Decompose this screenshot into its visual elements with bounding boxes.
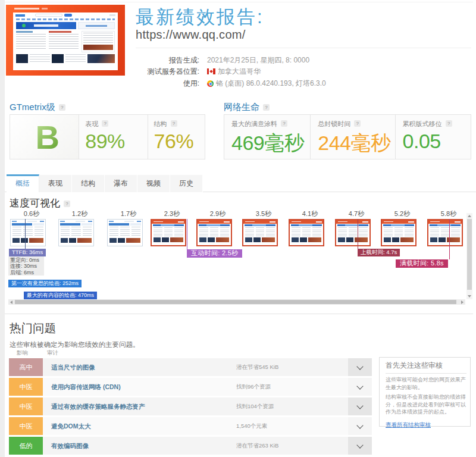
- frame-media: [384, 237, 414, 242]
- chrome-icon: [207, 80, 214, 87]
- vscroll-thumb[interactable]: [467, 219, 472, 290]
- help-icon[interactable]: ?: [102, 120, 108, 127]
- frame-media: [199, 237, 229, 242]
- filmstrip-vertical-scrollbar[interactable]: [466, 213, 472, 299]
- section-divider: [5, 314, 473, 314]
- audit-title[interactable]: 避免DOM太大: [51, 417, 91, 435]
- vitals-box: 最大的满意涂料?469毫秒总封锁时间?244毫秒累积版式移位?0.05: [224, 114, 471, 159]
- page-title: 最新绩效报告:: [136, 5, 264, 30]
- scroll-down-arrow-icon[interactable]: [468, 295, 471, 298]
- tab-瀑布[interactable]: 瀑布: [105, 175, 137, 192]
- filmstrip-time-label: 5.2秒: [381, 209, 424, 218]
- expand-chevron-icon[interactable]: [348, 358, 372, 376]
- top-border-line: [5, 2, 473, 2]
- tab-历史[interactable]: 历史: [170, 175, 203, 192]
- vital-metric-2: 累积版式移位?0.05: [396, 115, 471, 159]
- grade-metric-0: 表现?89%: [79, 115, 148, 159]
- issue-row[interactable]: 高中适当尺寸的图像潜在节省545 KiB: [9, 358, 372, 376]
- impact-badge: 中医: [9, 378, 43, 396]
- thumb-browser-text: [14, 8, 39, 10]
- page-left-gutter: [0, 0, 5, 457]
- frame-body: [292, 227, 321, 237]
- frame-img3: [216, 237, 229, 242]
- thumb-col2: [49, 31, 79, 52]
- tab-表现[interactable]: 表现: [39, 175, 72, 192]
- issue-row[interactable]: 中医通过有效的缓存策略服务静态资产找到104个资源: [9, 397, 372, 415]
- impact-badge: 中医: [9, 417, 43, 435]
- filmstrip-frame: [196, 219, 232, 246]
- filmstrip-frame: [107, 219, 143, 246]
- frame-col: [131, 227, 140, 237]
- help-icon[interactable]: ?: [354, 120, 361, 127]
- frame-col: [164, 227, 173, 237]
- frame-col: [71, 227, 80, 237]
- hscroll-thumb[interactable]: [15, 300, 456, 304]
- filmstrip-frame: [289, 219, 324, 246]
- meta-label: 报告生成:: [89, 55, 199, 65]
- ttfb-breakdown-line: 重定向: 0ms: [10, 257, 44, 263]
- meta-value: 2021年2月25日, 星期四, 8: 0000: [207, 55, 309, 65]
- audit-title[interactable]: 适当尺寸的图像: [51, 358, 95, 376]
- thumb-nav-extra: [109, 14, 115, 16]
- audit-title[interactable]: 使用内容传送网络 (CDN): [51, 378, 121, 396]
- tab-视频[interactable]: 视频: [137, 175, 170, 192]
- interactive-label: 互动时间: 2.5秒: [187, 249, 242, 258]
- frame-body: [245, 227, 275, 237]
- view-structure-audits-link[interactable]: 查看所有结构审核: [386, 421, 431, 428]
- vitals-section-title-text: 网络生命: [224, 102, 259, 112]
- help-icon[interactable]: ?: [171, 120, 177, 127]
- issue-row[interactable]: 低的有效编码图像潜在节省263 KiB: [9, 437, 372, 455]
- frame-body: [61, 227, 92, 237]
- help-icon[interactable]: ?: [281, 120, 287, 127]
- focus-audits-p2: 结构审核不会直接影响您的绩效得分，但是改进此处看到的审核可以作为总体绩效提升的起…: [386, 393, 466, 416]
- expand-chevron-icon[interactable]: [348, 397, 372, 415]
- issue-row[interactable]: 中医使用内容传送网络 (CDN)找到96个资源: [9, 378, 372, 396]
- expand-chevron-icon[interactable]: [348, 417, 372, 435]
- frame-navbar: [290, 220, 323, 224]
- issue-row[interactable]: 中医避免DOM太大1,540个元素: [9, 417, 372, 435]
- tab-概括[interactable]: 概括: [7, 174, 39, 192]
- thumb-content-columns: [16, 31, 115, 52]
- canada-flag-icon: [207, 68, 215, 74]
- frame-img2: [300, 237, 307, 242]
- frame-media: [61, 238, 92, 243]
- thumb-browser-text2: [42, 8, 48, 10]
- audit-title[interactable]: 通过有效的缓存策略服务静态资产: [51, 397, 145, 415]
- frame-banner: [245, 224, 275, 226]
- focus-audits-title: 首先关注这些审核: [386, 361, 466, 371]
- scroll-up-arrow-icon[interactable]: [468, 215, 471, 217]
- vital-metric-value: 244毫秒: [318, 130, 394, 157]
- meta-label: 使用:: [89, 79, 199, 89]
- scroll-left-arrow-icon[interactable]: [10, 301, 12, 304]
- largest-paint-label: 最大的有内容的绘画: 470ms: [24, 292, 97, 299]
- impact-badge: 中医: [9, 397, 43, 415]
- filmstrip-time-label: 0.6秒: [10, 209, 53, 218]
- frame-navbar: [109, 221, 141, 222]
- frame-body: [12, 227, 43, 237]
- help-icon[interactable]: ?: [59, 104, 65, 111]
- thumb-logo: [15, 14, 25, 17]
- help-icon[interactable]: ?: [64, 201, 70, 207]
- filmstrip-horizontal-scrollbar[interactable]: [8, 299, 465, 305]
- focus-audits-panel: 首先关注这些审核 这些审核可能会对您的网页效果产生最大的影响。 结构审核不会直接…: [379, 357, 471, 427]
- frame-img3: [77, 238, 92, 243]
- expand-chevron-icon[interactable]: [348, 378, 372, 396]
- impact-badge: 高中: [9, 358, 43, 376]
- header-divider: [136, 48, 471, 48]
- thumb-searchbox: [35, 14, 62, 17]
- frame-img2: [21, 238, 28, 243]
- vital-metric-1: 总封锁时间?244毫秒: [311, 115, 395, 159]
- scroll-right-arrow-icon[interactable]: [461, 301, 464, 304]
- grade-metric-label: 表现?: [85, 120, 147, 129]
- expand-chevron-icon[interactable]: [348, 437, 372, 455]
- ttfb-breakdown-box: 重定向: 0ms连接: 30ms后端: 6ms: [8, 256, 44, 276]
- frame-img3: [170, 237, 183, 242]
- help-icon[interactable]: ?: [446, 120, 452, 127]
- meta-row-1: 测试服务器位置:加拿大温哥华: [89, 67, 471, 76]
- thumb-col3: [82, 31, 115, 52]
- tab-结构[interactable]: 结构: [72, 175, 105, 192]
- filmstrip-time-label: 1.2秒: [58, 209, 101, 218]
- audit-title[interactable]: 有效编码图像: [51, 437, 89, 455]
- help-icon[interactable]: ?: [263, 104, 270, 111]
- frame-body: [154, 227, 183, 237]
